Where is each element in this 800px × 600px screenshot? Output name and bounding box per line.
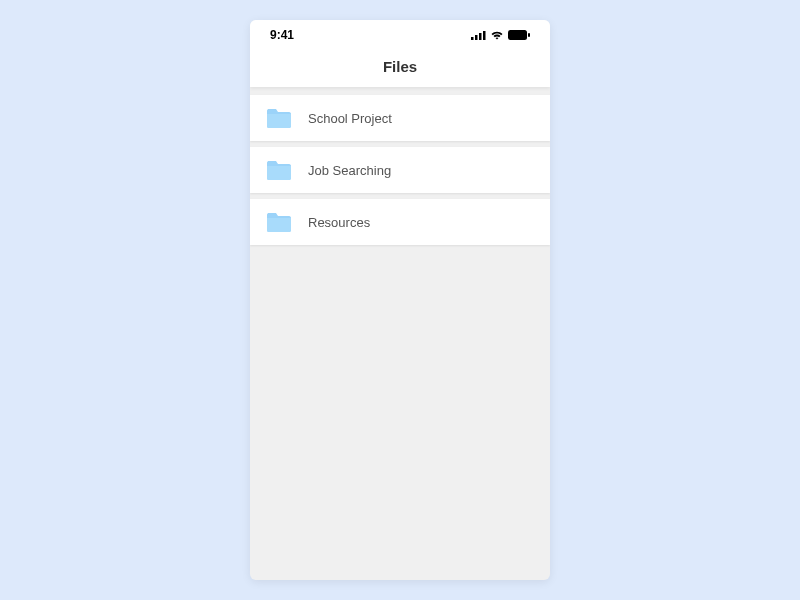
nav-bar: Files: [250, 50, 550, 87]
folder-icon: [266, 211, 292, 233]
svg-rect-0: [471, 37, 474, 40]
battery-icon: [508, 30, 530, 40]
svg-rect-3: [483, 31, 486, 40]
svg-rect-4: [508, 30, 527, 40]
status-time: 9:41: [270, 28, 294, 42]
folder-list: School Project Job Searching Resources: [250, 87, 550, 245]
folder-row-job-searching[interactable]: Job Searching: [250, 147, 550, 193]
folder-label: Job Searching: [308, 163, 391, 178]
folder-label: Resources: [308, 215, 370, 230]
folder-icon: [266, 107, 292, 129]
folder-label: School Project: [308, 111, 392, 126]
phone-frame: 9:41: [250, 20, 550, 580]
folder-icon: [266, 159, 292, 181]
svg-rect-2: [479, 33, 482, 40]
folder-row-school-project[interactable]: School Project: [250, 95, 550, 141]
svg-rect-5: [528, 33, 530, 37]
status-icons: [471, 30, 530, 40]
page-title: Files: [383, 58, 417, 75]
status-bar: 9:41: [250, 20, 550, 50]
cellular-signal-icon: [471, 30, 486, 40]
folder-row-resources[interactable]: Resources: [250, 199, 550, 245]
svg-rect-1: [475, 35, 478, 40]
wifi-icon: [490, 30, 504, 40]
